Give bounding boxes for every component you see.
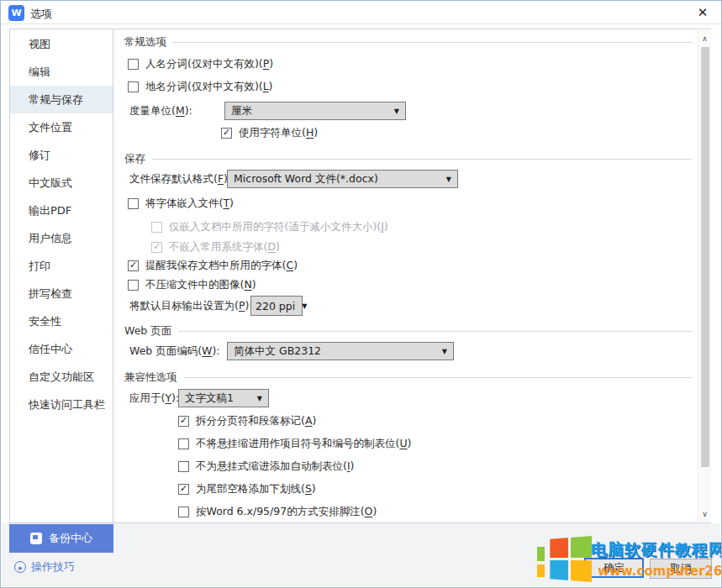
section-general-options: 常规选项 — [124, 35, 693, 50]
section-save: 保存 — [124, 152, 693, 166]
checkbox-embed-used-chars-only: ✓ 仅嵌入文档中所用的字符(适于减小文件大小)(J) — [151, 220, 388, 234]
scroll-up-icon[interactable]: ∧ — [698, 32, 711, 45]
backup-center-button[interactable]: 备份中心 — [9, 524, 113, 553]
apply-to-label: 应用于(Y): — [129, 389, 179, 407]
checkbox-label: 不为悬挂式缩进添加自动制表位(I) — [196, 459, 354, 474]
options-dialog: W 选项 ✕ 视图 编辑 常规与保存 文件位置 修订 中文版式 输出PDF 用户… — [0, 0, 722, 588]
sidebar-item-general-save[interactable]: 常规与保存 — [10, 86, 113, 113]
checkbox[interactable]: ✓ — [178, 507, 189, 517]
checkbox-use-character-unit[interactable]: ✓ 使用字符单位(H) — [221, 126, 318, 139]
ok-button[interactable]: 确定 — [584, 558, 644, 578]
title-bar: W 选项 ✕ — [1, 1, 721, 24]
section-title: 兼容性选项 — [124, 370, 177, 385]
checkbox-no-embed-system-fonts: ✓ 不嵌入常用系统字体(D) — [151, 240, 280, 254]
dropdown-value: 简体中文 GB2312 — [234, 344, 321, 359]
chevron-down-icon: ▼ — [394, 108, 399, 115]
checkbox[interactable]: ✓ — [178, 484, 189, 495]
checkbox[interactable]: ✓ — [178, 416, 189, 427]
sidebar-item-revision[interactable]: 修订 — [10, 141, 113, 169]
chevron-down-icon: ▼ — [257, 395, 262, 402]
checkbox-no-hanging-indent-tab[interactable]: ✓ 不将悬挂缩进用作项目符号和编号的制表位(U) — [178, 437, 411, 450]
check-icon: ✓ — [180, 484, 187, 493]
cancel-button[interactable]: 取消 — [650, 559, 712, 579]
sidebar-item-export-pdf[interactable]: 输出PDF — [10, 197, 113, 224]
checkbox-label: 地名分词(仅对中文有效)(L) — [145, 80, 273, 94]
apply-to-dropdown[interactable]: 文字文稿1 ▼ — [178, 389, 269, 407]
checkbox[interactable]: ✓ — [128, 81, 139, 92]
sidebar-item-chinese-layout[interactable]: 中文版式 — [10, 169, 113, 197]
section-title: 常规选项 — [124, 35, 166, 50]
default-target-output-label: 将默认目标输出设置为(P): — [129, 296, 253, 316]
checkbox-label: 将字体嵌入文件(T) — [145, 197, 234, 211]
checkbox-label: 不将悬挂缩进用作项目符号和编号的制表位(U) — [196, 437, 411, 451]
backup-center-label: 备份中心 — [49, 531, 92, 546]
scroll-down-icon[interactable]: ∨ — [698, 507, 711, 520]
sidebar-item-security[interactable]: 安全性 — [10, 307, 113, 335]
section-title: Web 页面 — [124, 324, 171, 339]
sidebar-item-file-locations[interactable]: 文件位置 — [10, 113, 113, 141]
sidebar: 视图 编辑 常规与保存 文件位置 修订 中文版式 输出PDF 用户信息 打印 拼… — [10, 29, 113, 522]
checkbox-label: 为尾部空格添加下划线(S) — [196, 482, 316, 496]
sidebar-item-customize-ribbon[interactable]: 自定义功能区 — [10, 363, 113, 391]
section-compatibility-options: 兼容性选项 — [124, 370, 693, 385]
sidebar-item-print[interactable]: 打印 — [10, 252, 113, 280]
settings-content: 常规选项 ✓ 人名分词(仅对中文有效)(P) ✓ 地名分词(仅对中文有效)(L)… — [114, 29, 712, 522]
scrollbar-thumb[interactable] — [701, 47, 709, 467]
default-target-output-dropdown[interactable]: 220 ppi ▼ — [250, 296, 303, 316]
checkbox-word6x-footnotes[interactable]: ✓ 按Word 6.x/95/97的方式安排脚注(O) — [178, 505, 377, 518]
section-divider — [184, 377, 693, 378]
checkbox-no-auto-tab-hanging-indent[interactable]: ✓ 不为悬挂式缩进添加自动制表位(I) — [178, 459, 354, 473]
checkbox[interactable]: ✓ — [178, 461, 189, 472]
play-circle-icon: ▶ — [14, 561, 26, 573]
section-web-page: Web 页面 — [124, 324, 693, 339]
dropdown-value: 220 ppi — [256, 300, 295, 312]
checkbox: ✓ — [151, 222, 162, 233]
check-icon: ✓ — [180, 416, 187, 425]
default-save-format-label: 文件保存默认格式(F): — [129, 170, 231, 188]
play-icon: ▶ — [18, 564, 23, 570]
sidebar-item-quick-access-toolbar[interactable]: 快速访问工具栏 — [10, 391, 113, 418]
checkbox[interactable]: ✓ — [128, 280, 139, 291]
section-divider — [173, 42, 693, 43]
web-page-encoding-label: Web 页面编码(W): — [129, 342, 220, 360]
checkbox[interactable]: ✓ — [178, 438, 189, 449]
dropdown-value: Microsoft Word 文件(*.docx) — [234, 172, 378, 186]
checkbox-label: 人名分词(仅对中文有效)(P) — [145, 57, 273, 71]
close-icon[interactable]: ✕ — [694, 4, 711, 21]
checkbox[interactable]: ✓ — [128, 198, 139, 209]
checkbox-underline-trailing-spaces[interactable]: ✓ 为尾部空格添加下划线(S) — [178, 482, 316, 496]
checkbox-person-name-segmentation[interactable]: ✓ 人名分词(仅对中文有效)(P) — [128, 57, 273, 71]
sidebar-item-spell-check[interactable]: 拼写检查 — [10, 280, 113, 307]
measurement-unit-label: 度量单位(M): — [129, 102, 192, 120]
checkbox-label: 拆分分页符和段落标记(A) — [196, 414, 316, 428]
sidebar-item-trust-center[interactable]: 信任中心 — [10, 335, 113, 363]
checkbox[interactable]: ✓ — [128, 260, 139, 271]
web-page-encoding-dropdown[interactable]: 简体中文 GB2312 ▼ — [227, 342, 454, 360]
sidebar-item-edit[interactable]: 编辑 — [10, 58, 113, 86]
measurement-unit-dropdown[interactable]: 厘米 ▼ — [224, 102, 406, 120]
checkbox-label: 不嵌入常用系统字体(D) — [169, 240, 280, 255]
sidebar-item-user-info[interactable]: 用户信息 — [10, 224, 113, 252]
dropdown-value: 文字文稿1 — [185, 391, 234, 406]
check-icon: ✓ — [223, 128, 230, 137]
checkbox-split-page-break-para-mark[interactable]: ✓ 拆分分页符和段落标记(A) — [178, 414, 316, 428]
checkbox-remind-fonts-on-save[interactable]: ✓ 提醒我保存文档中所用的字体(C) — [128, 259, 298, 272]
checkbox-place-name-segmentation[interactable]: ✓ 地名分词(仅对中文有效)(L) — [128, 80, 273, 93]
sidebar-item-view[interactable]: 视图 — [10, 30, 113, 58]
checkbox: ✓ — [151, 242, 162, 253]
backup-icon — [30, 533, 42, 544]
checkbox[interactable]: ✓ — [221, 128, 232, 139]
checkbox-embed-fonts[interactable]: ✓ 将字体嵌入文件(T) — [128, 197, 234, 210]
checkbox-label: 不压缩文件中的图像(N) — [145, 278, 256, 292]
checkbox-label: 提醒我保存文档中所用的字体(C) — [145, 259, 298, 273]
chevron-down-icon: ▼ — [442, 348, 447, 355]
default-save-format-dropdown[interactable]: Microsoft Word 文件(*.docx) ▼ — [227, 170, 458, 188]
checkbox-no-compress-images[interactable]: ✓ 不压缩文件中的图像(N) — [128, 278, 256, 291]
main-panel: 视图 编辑 常规与保存 文件位置 修订 中文版式 输出PDF 用户信息 打印 拼… — [9, 29, 711, 523]
wps-writer-icon: W — [8, 5, 24, 21]
vertical-scrollbar[interactable]: ∧ ∨ — [698, 30, 711, 522]
operation-tips-link[interactable]: ▶ 操作技巧 — [14, 559, 75, 575]
section-divider — [152, 159, 693, 160]
checkbox[interactable]: ✓ — [128, 59, 139, 70]
chevron-down-icon: ▼ — [302, 302, 307, 310]
